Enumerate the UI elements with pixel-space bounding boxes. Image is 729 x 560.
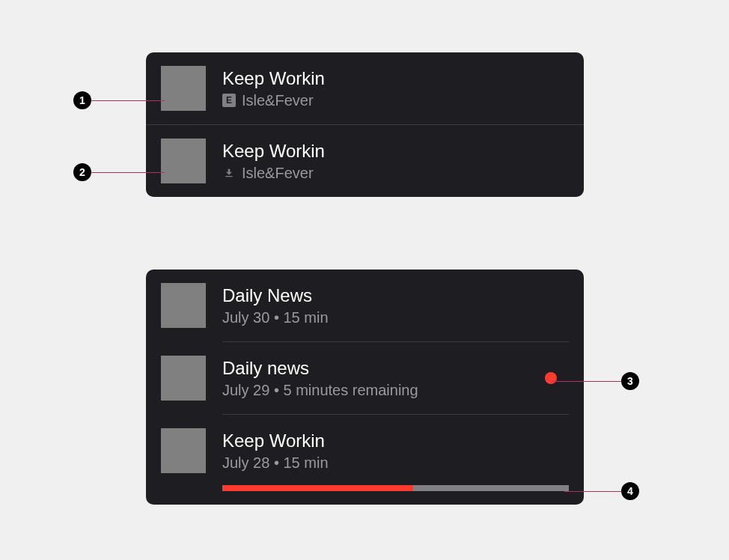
track-title: Keep Workin <box>222 68 569 89</box>
annotation-3: 3 <box>552 372 639 390</box>
episode-thumbnail <box>161 356 206 401</box>
annotation-1: 1 <box>73 91 165 109</box>
episode-title: Daily news <box>222 358 545 379</box>
track-artist: Isle&Fever <box>242 92 314 109</box>
annotation-line <box>91 100 165 101</box>
tracks-card: Keep Workin E Isle&Fever Keep Workin Isl… <box>146 52 584 197</box>
track-subtitle: E Isle&Fever <box>222 92 569 109</box>
episode-text: Keep Workin July 28 • 15 min <box>222 430 569 472</box>
annotation-badge: 1 <box>73 91 91 109</box>
track-thumbnail <box>161 139 206 183</box>
episode-item[interactable]: Keep Workin July 28 • 15 min <box>146 415 584 505</box>
track-item[interactable]: Keep Workin E Isle&Fever <box>146 52 584 124</box>
episode-meta: July 28 • 15 min <box>222 454 569 472</box>
annotation-badge: 3 <box>621 372 639 390</box>
track-subtitle: Isle&Fever <box>222 165 569 182</box>
annotation-line <box>552 381 621 382</box>
track-artist: Isle&Fever <box>242 165 314 182</box>
episode-meta: July 30 • 15 min <box>222 309 569 326</box>
progress-fill <box>222 485 413 491</box>
annotation-line <box>91 172 165 173</box>
annotation-2: 2 <box>73 163 165 181</box>
track-title: Keep Workin <box>222 141 569 162</box>
track-thumbnail <box>161 66 206 111</box>
episode-title: Keep Workin <box>222 430 569 451</box>
episode-thumbnail <box>161 283 206 328</box>
track-text: Keep Workin Isle&Fever <box>222 141 569 182</box>
annotation-line <box>564 491 621 492</box>
explicit-icon: E <box>222 94 236 107</box>
episode-item[interactable]: Daily News July 30 • 15 min <box>146 270 584 342</box>
episode-thumbnail <box>161 428 206 473</box>
episode-title: Daily News <box>222 285 569 306</box>
annotation-4: 4 <box>564 482 639 500</box>
episode-text: Daily news July 29 • 5 minutes remaining <box>222 358 545 399</box>
annotation-badge: 2 <box>73 163 91 181</box>
annotation-badge: 4 <box>621 482 639 500</box>
downloaded-icon <box>222 166 236 180</box>
episode-item[interactable]: Daily news July 29 • 5 minutes remaining <box>146 342 584 415</box>
episode-meta: July 29 • 5 minutes remaining <box>222 382 545 399</box>
episode-text: Daily News July 30 • 15 min <box>222 285 569 326</box>
track-text: Keep Workin E Isle&Fever <box>222 68 569 109</box>
progress-bar[interactable] <box>222 485 569 491</box>
track-item[interactable]: Keep Workin Isle&Fever <box>146 124 584 197</box>
episodes-card: Daily News July 30 • 15 min Daily news J… <box>146 270 584 505</box>
